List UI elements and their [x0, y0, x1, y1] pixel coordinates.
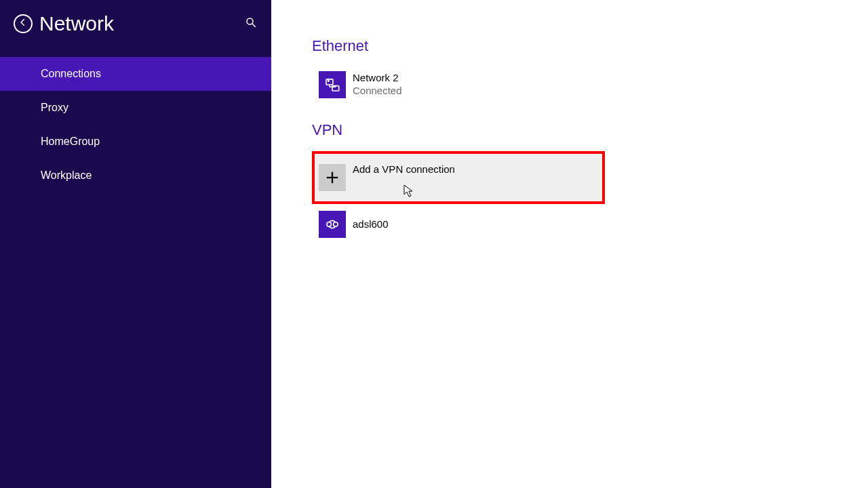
- svg-line-1: [252, 24, 256, 27]
- page-title: Network: [39, 12, 244, 35]
- ethernet-connection[interactable]: Network 2 Connected: [312, 67, 827, 102]
- search-icon: [245, 16, 257, 31]
- sidebar-item-proxy[interactable]: Proxy: [0, 91, 271, 125]
- back-arrow-icon: [18, 18, 28, 30]
- sidebar-item-homegroup[interactable]: HomeGroup: [0, 125, 271, 159]
- plus-icon: [319, 164, 346, 191]
- sidebar-item-label: Proxy: [41, 102, 68, 114]
- vpn-icon: [319, 211, 346, 238]
- sidebar-item-label: HomeGroup: [41, 136, 100, 148]
- add-vpn-highlight: Add a VPN connection: [312, 151, 605, 204]
- ethernet-icon: [319, 71, 346, 98]
- vpn-connection[interactable]: adsl600: [312, 207, 827, 242]
- vpn-heading: VPN: [312, 121, 827, 139]
- ethernet-connection-status: Connected: [353, 85, 402, 98]
- sidebar-nav: Connections Proxy HomeGroup Workplace: [0, 57, 271, 192]
- sidebar: Network Connections Proxy HomeGroup Work…: [0, 0, 271, 488]
- sidebar-item-label: Connections: [41, 68, 101, 80]
- svg-point-11: [334, 222, 338, 227]
- add-vpn-button[interactable]: Add a VPN connection: [315, 154, 602, 201]
- svg-rect-2: [326, 79, 333, 85]
- sidebar-item-connections[interactable]: Connections: [0, 57, 271, 91]
- search-button[interactable]: [244, 17, 258, 30]
- ethernet-heading: Ethernet: [312, 37, 827, 55]
- vpn-connection-name: adsl600: [353, 218, 389, 231]
- main-content: Ethernet Network 2 Connected VPN: [271, 0, 868, 488]
- sidebar-item-workplace[interactable]: Workplace: [0, 159, 271, 192]
- svg-point-0: [247, 18, 253, 24]
- svg-point-10: [327, 222, 332, 227]
- add-vpn-label: Add a VPN connection: [353, 163, 455, 175]
- ethernet-connection-name: Network 2: [353, 72, 402, 85]
- svg-point-7: [328, 81, 330, 82]
- back-button[interactable]: [14, 14, 33, 33]
- sidebar-item-label: Workplace: [41, 169, 92, 182]
